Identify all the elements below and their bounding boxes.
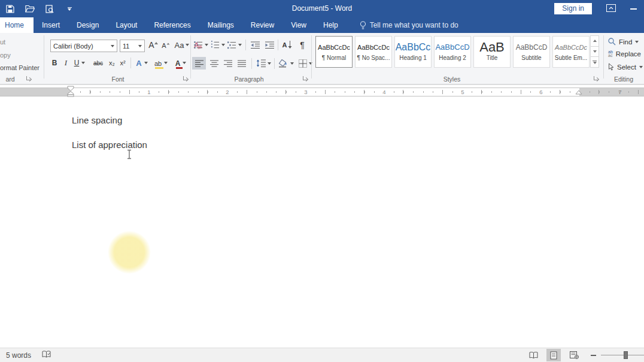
italic-button[interactable]: I — [62, 58, 69, 68]
tab-references[interactable]: References — [145, 17, 199, 33]
chevron-down-icon — [81, 62, 85, 64]
font-dialog-launcher[interactable] — [183, 76, 189, 82]
find-button[interactable]: Find — [608, 38, 639, 46]
style-heading-1[interactable]: AaBbCc Heading 1 — [394, 36, 432, 68]
paragraph-dialog-launcher[interactable] — [303, 76, 308, 82]
document-line-2[interactable]: List of appreciation — [72, 140, 147, 150]
justify-button[interactable] — [235, 57, 248, 70]
replace-button[interactable]: abac Replace — [608, 50, 641, 58]
align-center-button[interactable] — [208, 57, 221, 70]
select-button[interactable]: Select — [608, 63, 643, 71]
word-count[interactable]: 5 words — [6, 351, 31, 360]
multilevel-list-button[interactable] — [227, 39, 242, 51]
sign-in-button[interactable]: Sign in — [554, 3, 592, 14]
copy-button[interactable]: opy — [0, 52, 11, 59]
minimize-button[interactable] — [630, 8, 637, 10]
text-effects-button[interactable]: A — [134, 58, 150, 68]
zoom-out-button[interactable] — [591, 355, 596, 356]
replace-icon: abac — [608, 50, 613, 58]
styles-dialog-launcher[interactable] — [594, 76, 599, 82]
bullets-button[interactable] — [194, 39, 208, 51]
tell-me-box[interactable]: Tell me what you want to do — [360, 17, 458, 33]
print-layout-button[interactable] — [546, 349, 561, 361]
ruler: 1 2 3 4 5 6 7 — [0, 85, 644, 98]
underline-button[interactable]: U — [72, 58, 87, 68]
document-line-1[interactable]: Line spacing — [72, 115, 122, 125]
subscript-button[interactable]: x₂ — [107, 58, 117, 68]
format-painter-button[interactable]: ormat Painter — [0, 64, 40, 71]
font-size-combobox[interactable]: 11 — [120, 40, 145, 52]
zoom-slider-handle[interactable] — [624, 351, 628, 359]
shrink-arrow-icon — [166, 43, 169, 44]
sort-letter: A — [282, 41, 287, 49]
increase-indent-button[interactable] — [263, 39, 275, 51]
ribbon-display-options-button[interactable] — [606, 4, 616, 14]
font-group-label: Font — [50, 76, 186, 83]
grow-font-button[interactable]: A — [148, 39, 158, 51]
up-arrow-icon — [593, 40, 597, 42]
clipboard-group-label: ard — [0, 76, 20, 83]
style-subtitle[interactable]: AaBbCcD Subtitle — [513, 36, 550, 68]
numbering-button[interactable] — [211, 39, 225, 51]
decrease-indent-button[interactable] — [249, 39, 261, 51]
highlight-swatch — [155, 67, 163, 69]
tab-layout[interactable]: Layout — [107, 17, 145, 33]
font-family-combobox[interactable]: Calibri (Body) — [50, 40, 117, 52]
document-canvas[interactable]: Line spacing List of appreciation — [0, 98, 644, 348]
editing-group-label: Editing — [603, 76, 644, 83]
more-styles-icon — [593, 61, 597, 64]
show-formatting-button[interactable]: ¶ — [297, 38, 308, 52]
window-title: Document5 - Word — [0, 0, 644, 17]
font-family-value: Calibri (Body) — [53, 43, 93, 50]
title-bar: Document5 - Word Sign in — [0, 0, 644, 17]
grow-arrow-icon — [154, 42, 158, 44]
zoom-slider[interactable] — [601, 355, 644, 355]
chevron-down-icon — [186, 44, 189, 46]
tab-mailings[interactable]: Mailings — [199, 17, 242, 33]
paragraph-group-label: Paragraph — [192, 76, 306, 83]
line-spacing-button[interactable] — [255, 57, 272, 70]
change-case-button[interactable]: Aa — [174, 39, 190, 51]
web-layout-button[interactable] — [567, 349, 581, 361]
ruler-strip[interactable]: 1 2 3 4 5 6 7 — [0, 88, 644, 96]
status-bar: 5 words — [0, 348, 644, 362]
tab-view[interactable]: View — [282, 17, 315, 33]
align-left-icon — [195, 60, 203, 67]
ribbon-tab-row: Home Insert Design Layout References Mai… — [0, 17, 644, 33]
style-normal[interactable]: AaBbCcDc ¶ Normal — [315, 36, 353, 68]
chevron-down-icon — [111, 45, 114, 47]
chevron-down-icon — [138, 45, 142, 47]
bold-button[interactable]: B — [50, 58, 59, 68]
clipboard-dialog-launcher[interactable] — [26, 76, 32, 82]
superscript-button[interactable]: x² — [117, 58, 128, 68]
proofing-status-button[interactable] — [42, 350, 51, 361]
tab-insert[interactable]: Insert — [34, 17, 68, 33]
read-mode-button[interactable] — [526, 349, 540, 361]
cut-button[interactable]: ut — [0, 38, 5, 46]
chevron-down-icon — [309, 62, 312, 65]
tab-help[interactable]: Help — [315, 17, 347, 33]
style-no-spacing[interactable]: AaBbCcDc ¶ No Spac... — [355, 36, 392, 68]
style-title[interactable]: AaB Title — [473, 36, 511, 68]
styles-scroll-up-button[interactable] — [590, 35, 599, 47]
right-indent-marker[interactable] — [575, 90, 582, 95]
tell-me-label: Tell me what you want to do — [370, 17, 458, 33]
text-highlight-button[interactable]: ab — [152, 58, 170, 68]
strikethrough-button[interactable]: abc — [91, 58, 105, 68]
styles-scroll-down-button[interactable] — [590, 46, 599, 58]
ibeam-cursor-icon — [126, 149, 132, 159]
align-right-button[interactable] — [221, 57, 235, 70]
align-left-button[interactable] — [192, 57, 206, 70]
left-indent-marker[interactable] — [66, 86, 75, 97]
sort-button[interactable]: A — [281, 38, 293, 52]
tab-home[interactable]: Home — [0, 17, 34, 33]
style-heading-2[interactable]: AaBbCcD Heading 2 — [434, 36, 471, 68]
shading-button[interactable] — [277, 57, 294, 70]
tab-design[interactable]: Design — [68, 17, 107, 33]
click-highlight — [108, 231, 151, 274]
tab-review[interactable]: Review — [242, 17, 282, 33]
styles-gallery-more-button[interactable] — [590, 56, 599, 68]
shrink-font-button[interactable]: A — [162, 40, 170, 51]
font-color-button[interactable]: A — [172, 58, 189, 68]
style-subtle-emphasis[interactable]: AaBbCcDc Subtle Em... — [552, 36, 590, 68]
